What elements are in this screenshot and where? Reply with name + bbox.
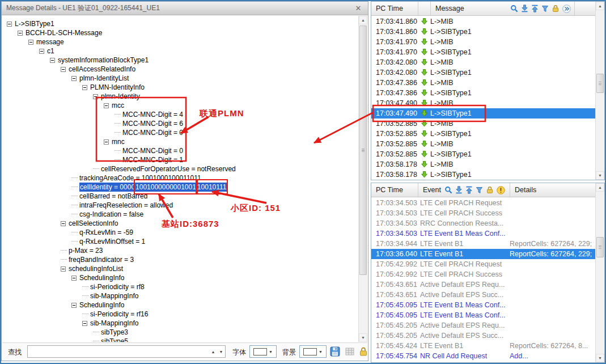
message-row[interactable]: 17:03:52.885L->MIB [371,118,595,129]
collapse-toggle-icon[interactable] [61,67,66,72]
event-row[interactable]: 17:03:34.503RRC Connection Reesta... [371,218,595,228]
message-row[interactable]: 17:03:58.178L->SIBType1 [371,170,595,180]
event-row[interactable]: 17:05:45.424LTE Event B1ReportCells: 627… [371,341,595,351]
message-row[interactable]: 17:03:52.885L->SIBType1 [371,129,595,139]
tree-leaf[interactable]: MCC-MNC-Digit = 4 [2,110,358,119]
message-row[interactable]: 17:03:42.080L->SIBType1 [371,67,595,78]
background-color-dropdown[interactable]: ▼ [299,345,327,358]
collapse-toggle-icon[interactable] [7,22,12,27]
scroll-down-icon[interactable]: ▼ [596,171,604,180]
event-row[interactable]: 17:03:34.503LTE Cell PRACH Success [371,208,595,218]
scrollbar-thumb[interactable] [596,237,604,257]
titlebar[interactable]: Message Details - UE1 验证01_0922-165441_U… [2,2,368,15]
tree-leaf[interactable]: sib-MappingInfo [2,291,358,300]
column-header-pc-time[interactable]: PC Time [371,186,418,194]
message-row[interactable]: 17:03:47.386L->SIBType1 [371,88,595,98]
tree-node[interactable]: PLMN-IdentityInfo [2,83,358,92]
tree-leaf[interactable]: sibType3 [2,328,358,337]
collapse-toggle-icon[interactable] [61,266,66,272]
tree-scrollbar[interactable]: ▲ ▼ [358,16,367,342]
collapse-toggle-icon[interactable] [82,321,87,326]
tree-node[interactable]: plmn-IdentityList [2,74,358,83]
scroll-up-icon[interactable]: ▲ [596,2,604,10]
tree-node[interactable]: SchedulingInfo [2,273,358,282]
collapse-toggle-icon[interactable] [104,103,109,108]
tree-leaf[interactable]: cellReservedForOperatorUse = notReserved [2,164,358,173]
message-row[interactable]: 17:03:47.386L->MIB [371,78,595,88]
scroll-to-bottom-icon[interactable] [455,186,463,194]
collapse-toggle-icon[interactable] [39,49,44,54]
message-row[interactable]: 17:03:41.860L->SIBType1 [371,27,595,37]
tree-leaf[interactable]: si-Periodicity = rf16 [2,310,358,319]
column-header-pc-time[interactable]: PC Time [371,5,418,12]
tree-node[interactable]: plmn-Identity [2,92,358,101]
tree-leaf[interactable]: intraFreqReselection = allowed [2,201,358,210]
collapse-toggle-icon[interactable] [82,85,87,90]
message-row[interactable]: 17:03:41.970L->MIB [371,37,595,47]
find-prev-icon[interactable]: ▲ [209,350,217,354]
collapse-toggle-icon[interactable] [71,276,77,281]
collapse-toggle-icon[interactable] [71,76,77,81]
collapse-toggle-icon[interactable] [61,221,66,226]
collapse-toggle-icon[interactable] [104,139,109,145]
tree-leaf[interactable]: csg-Indication = false [2,210,358,219]
message-row[interactable]: 17:03:41.970L->SIBType1 [371,47,595,57]
scroll-to-top-icon[interactable] [531,5,539,12]
tree-leaf[interactable]: MCC-MNC-Digit = 0 [2,128,358,137]
grid-icon[interactable] [345,346,355,357]
tree-leaf[interactable]: sibType5 [2,337,358,342]
event-row[interactable]: 17:03:34.944LTE Event B1ReportCells: 627… [371,239,595,249]
event-row[interactable]: 17:05:45.754NR Cell Add RequestAdd... [371,351,595,361]
event-row[interactable]: 17:05:43.651Active Default EPS Succ... [371,290,595,300]
scroll-up-icon[interactable]: ▲ [596,183,604,192]
tree-leaf[interactable]: MCC-MNC-Digit = 1 [2,155,358,164]
column-divider[interactable] [418,2,418,15]
tree-node[interactable]: mcc [2,101,358,110]
tree-node[interactable]: message [2,37,358,46]
scroll-up-icon[interactable]: ▲ [359,16,367,24]
tree-node[interactable]: c1 [2,46,358,56]
search-icon[interactable] [444,186,452,194]
column-header-message[interactable]: Message [431,5,464,12]
event-row[interactable]: 17:05:45.205Active Default EPS Succ... [371,331,595,341]
message-list-scrollbar[interactable]: ▲ ▼ [595,2,604,180]
lock-icon[interactable] [552,5,560,12]
find-next-icon[interactable]: ▼ [217,350,225,354]
filter-icon[interactable] [476,187,483,194]
event-row[interactable]: 17:05:42.992LTE Cell PRACH Success [371,269,595,280]
scroll-to-bottom-icon[interactable] [521,5,528,12]
event-list-scrollbar[interactable]: ▲ ▼ [595,183,604,362]
filter-icon[interactable] [541,5,549,12]
message-row[interactable]: 17:03:47.490L->MIB [371,98,595,108]
message-row[interactable]: 17:03:41.860L->MIB [371,16,595,27]
event-row[interactable]: 17:03:36.040LTE Event B1ReportCells: 627… [371,249,595,259]
close-icon[interactable]: ✕ [353,4,363,12]
collapse-toggle-icon[interactable] [18,31,23,36]
font-color-dropdown[interactable]: ▼ [249,345,277,358]
tree-leaf[interactable]: trackingAreaCode = 1001000100011011 [2,173,358,183]
message-row[interactable]: 17:03:42.080L->MIB [371,57,595,67]
event-row[interactable]: 17:05:45.095LTE Event B1 Meas Conf... [371,310,595,320]
tree-node[interactable]: BCCH-DL-SCH-Message [2,28,358,37]
event-row[interactable]: 17:05:45.095LTE Event B1 Meas Conf... [371,300,595,310]
message-row[interactable]: 17:03:52.885L->MIB [371,139,595,149]
tree-leaf[interactable]: MCC-MNC-Digit = 0 [2,146,358,155]
tree-leaf[interactable]: cellIdentity = 0000100100000000100110010… [2,183,358,192]
lock-icon[interactable] [358,346,368,357]
tree-leaf[interactable]: p-Max = 23 [2,246,358,255]
column-divider[interactable] [574,2,575,15]
tree-node[interactable]: SchedulingInfo [2,300,358,310]
tree-node[interactable]: sib-MappingInfo [2,319,358,328]
collapse-toggle-icon[interactable] [71,303,77,308]
tree-node[interactable]: cellSelectionInfo [2,219,358,228]
tree-leaf[interactable]: MCC-MNC-Digit = 6 [2,119,358,128]
collapse-toggle-icon[interactable] [50,58,55,63]
event-row[interactable]: 17:03:34.503LTE Event B1 Meas Conf... [371,228,595,239]
event-row[interactable]: 17:05:45.205Active Default EPS Requ... [371,320,595,331]
tree-node[interactable]: cellAccessRelatedInfo [2,65,358,74]
collapse-toggle-icon[interactable] [28,40,33,45]
event-row[interactable]: 17:05:43.651Active Default EPS Requ... [371,280,595,290]
more-options-icon[interactable] [562,5,571,13]
tree-leaf[interactable]: cellBarred = notBarred [2,192,358,201]
tree-leaf[interactable]: q-RxLevMin = -59 [2,228,358,237]
